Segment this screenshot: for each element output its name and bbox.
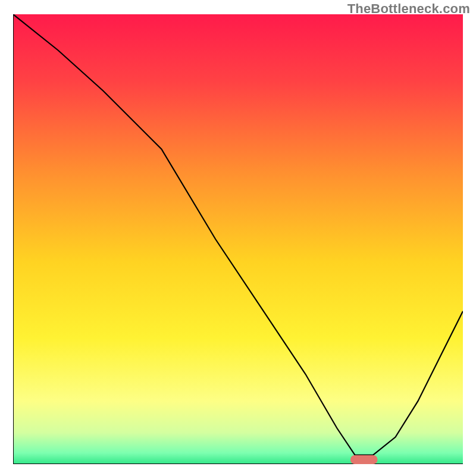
bottleneck-chart [13, 14, 463, 464]
optimal-marker [350, 455, 377, 464]
plot-background [13, 14, 463, 464]
chart-container: TheBottleneck.com [0, 0, 476, 476]
